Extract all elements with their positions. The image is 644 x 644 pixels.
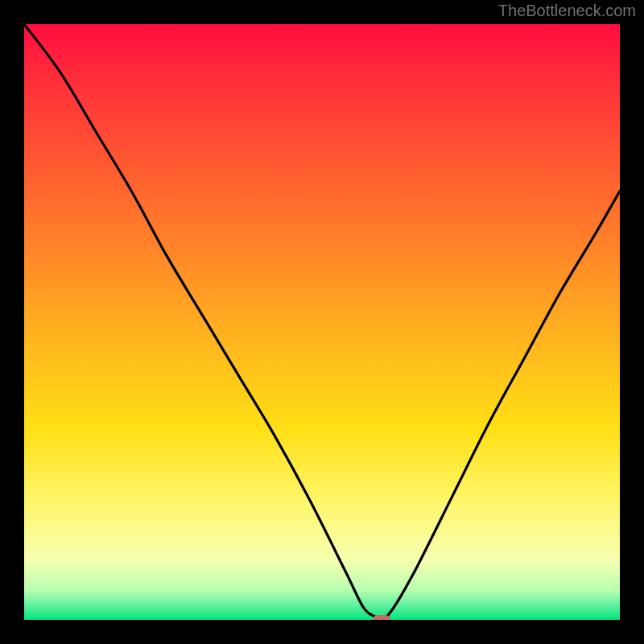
optimum-marker (373, 615, 390, 620)
bottleneck-curve (24, 24, 620, 620)
curve-path (24, 24, 620, 620)
chart-frame: TheBottleneck.com (0, 0, 644, 644)
watermark-text: TheBottleneck.com (498, 2, 636, 20)
plot-area (24, 24, 620, 620)
